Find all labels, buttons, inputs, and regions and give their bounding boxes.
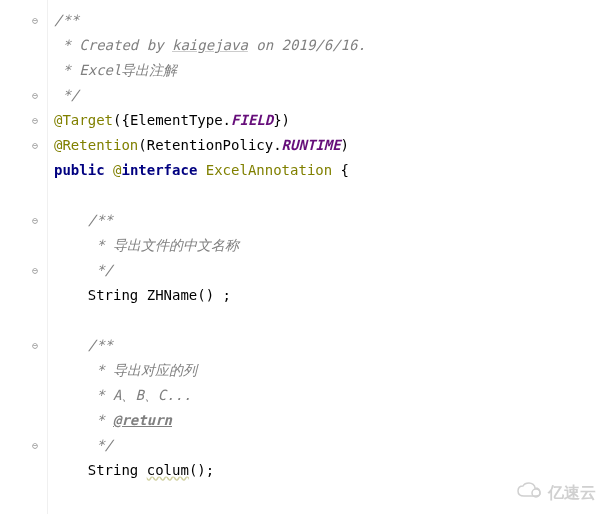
- interface-name: ExcelAnnotation: [206, 158, 332, 183]
- code-line[interactable]: */: [54, 433, 606, 458]
- code-line[interactable]: /**: [54, 208, 606, 233]
- fold-end-icon[interactable]: ⊖: [29, 90, 41, 102]
- javadoc-comment: /**: [54, 8, 79, 33]
- fold-start-icon[interactable]: ⊖: [29, 340, 41, 352]
- javadoc-comment: on 2019/6/16.: [248, 33, 366, 58]
- punctuation: ): [341, 133, 349, 158]
- fold-end-icon[interactable]: ⊖: [29, 265, 41, 277]
- method-name: ZHName: [147, 283, 198, 308]
- javadoc-comment: /**: [54, 208, 113, 233]
- code-line[interactable]: * Excel导出注解: [54, 58, 606, 83]
- class-ref: RetentionPolicy.: [147, 133, 282, 158]
- fold-end-icon[interactable]: ⊖: [29, 440, 41, 452]
- code-line[interactable]: @Retention(RetentionPolicy.RUNTIME): [54, 133, 606, 158]
- fold-icon[interactable]: ⊖: [29, 140, 41, 152]
- javadoc-comment: * Excel导出注解: [54, 58, 177, 83]
- punctuation: ();: [189, 458, 214, 483]
- return-type: String: [54, 283, 147, 308]
- fold-icon[interactable]: ⊖: [29, 115, 41, 127]
- annotation: @Retention: [54, 133, 138, 158]
- return-type: String: [54, 458, 147, 483]
- class-ref: ElementType.: [130, 108, 231, 133]
- javadoc-comment: * Created by: [54, 33, 172, 58]
- javadoc-comment: *: [54, 408, 113, 433]
- code-line[interactable]: /**: [54, 333, 606, 358]
- author-link: kaigejava: [172, 33, 248, 58]
- fold-start-icon[interactable]: ⊖: [29, 215, 41, 227]
- code-line[interactable]: String ZHName() ;: [54, 283, 606, 308]
- punctuation: }): [273, 108, 290, 133]
- code-line[interactable]: public @interface ExcelAnnotation {: [54, 158, 606, 183]
- gutter: ⊖ ⊖ ⊖ ⊖ ⊖ ⊖ ⊖ ⊖: [0, 0, 48, 514]
- javadoc-comment: /**: [54, 333, 113, 358]
- annotation: @Target: [54, 108, 113, 133]
- javadoc-comment: */: [54, 258, 113, 283]
- code-line[interactable]: * 导出对应的列: [54, 358, 606, 383]
- code-line[interactable]: [54, 183, 606, 208]
- code-line[interactable]: @Target({ElementType.FIELD}): [54, 108, 606, 133]
- javadoc-comment: * A、B、C...: [54, 383, 192, 408]
- at-symbol: @: [113, 158, 121, 183]
- code-line[interactable]: String colum();: [54, 458, 606, 483]
- fold-start-icon[interactable]: ⊖: [29, 15, 41, 27]
- keyword: public: [54, 158, 113, 183]
- code-line[interactable]: * 导出文件的中文名称: [54, 233, 606, 258]
- field-ref: RUNTIME: [282, 133, 341, 158]
- field-ref: FIELD: [231, 108, 273, 133]
- punctuation: () ;: [197, 283, 231, 308]
- javadoc-comment: */: [54, 433, 113, 458]
- brace: {: [332, 158, 349, 183]
- keyword: interface: [121, 158, 205, 183]
- javadoc-comment: */: [54, 83, 79, 108]
- cloud-icon: [516, 482, 544, 504]
- javadoc-comment: * 导出对应的列: [54, 358, 197, 383]
- code-line[interactable]: * @return: [54, 408, 606, 433]
- watermark: 亿速云: [516, 482, 596, 504]
- code-editor[interactable]: ⊖ ⊖ ⊖ ⊖ ⊖ ⊖ ⊖ ⊖ /** * Created by kaigeja…: [0, 0, 606, 514]
- code-line[interactable]: * Created by kaigejava on 2019/6/16.: [54, 33, 606, 58]
- code-area[interactable]: /** * Created by kaigejava on 2019/6/16.…: [48, 0, 606, 514]
- code-line[interactable]: */: [54, 258, 606, 283]
- javadoc-comment: * 导出文件的中文名称: [54, 233, 239, 258]
- code-line[interactable]: * A、B、C...: [54, 383, 606, 408]
- javadoc-tag: @return: [113, 408, 172, 433]
- punctuation: (: [138, 133, 146, 158]
- code-line[interactable]: */: [54, 83, 606, 108]
- punctuation: ({: [113, 108, 130, 133]
- method-name: colum: [147, 458, 189, 483]
- code-line[interactable]: [54, 308, 606, 333]
- watermark-text: 亿速云: [548, 483, 596, 504]
- code-line[interactable]: /**: [54, 8, 606, 33]
